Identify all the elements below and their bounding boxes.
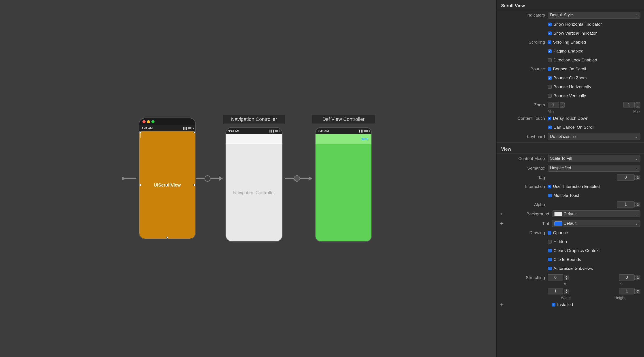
zoom-min-down-btn[interactable]: ▼ <box>560 105 564 108</box>
tag-input[interactable] <box>617 174 634 181</box>
status-bar-nav: 9:41 AM ▐▐▐ <box>226 128 282 134</box>
tint-color-swatch <box>554 221 562 226</box>
minimize-button[interactable] <box>147 120 150 123</box>
zoom-max-down-btn[interactable]: ▼ <box>636 105 640 108</box>
stretch-x-label: X <box>564 282 566 287</box>
zoom-max-label: Max <box>633 109 640 114</box>
zoom-labels: Min Max <box>497 109 644 114</box>
delay-touch-checkbox[interactable]: ✓ <box>548 117 551 120</box>
indicators-dropdown[interactable]: Default Style ⌄ <box>548 12 640 18</box>
width-up[interactable]: ▲ <box>564 289 569 291</box>
width-input[interactable] <box>548 288 563 295</box>
installed-checkbox[interactable]: ✓ <box>552 303 556 307</box>
bounce-vert-checkbox[interactable] <box>548 94 552 98</box>
arrow-line-2 <box>211 178 219 179</box>
clip-bounds-checkbox[interactable]: ✓ <box>548 258 552 261</box>
handle-center[interactable] <box>166 184 168 186</box>
scrolling-label: Scrolling <box>500 40 545 45</box>
bounce-on-scroll-checkbox[interactable]: ✓ <box>548 67 551 71</box>
content-touch-control: ✓ Delay Touch Down <box>548 115 640 121</box>
bounce-horiz-checkbox[interactable] <box>548 85 552 89</box>
alpha-up-btn[interactable]: ▲ <box>636 202 640 205</box>
direction-lock-checkbox[interactable] <box>548 58 552 62</box>
opaque-checkbox[interactable]: ✓ <box>548 231 551 235</box>
scrollview-content: UIScrollView <box>139 131 195 239</box>
user-interaction-row: ✓ User Interaction Enabled <box>548 183 600 190</box>
handle-midright[interactable] <box>194 184 195 186</box>
show-vertical-control: ✓ Show Vertical Indicator <box>548 30 640 36</box>
autoresize-checkbox[interactable]: ✓ <box>548 267 552 270</box>
handle-bottomright[interactable] <box>194 237 195 239</box>
tag-down-btn[interactable]: ▼ <box>636 178 640 180</box>
semantic-dropdown[interactable]: Unspecified ⌄ <box>548 165 640 172</box>
arrow-head-1 <box>219 176 223 181</box>
tag-up-btn[interactable]: ▲ <box>636 175 640 178</box>
height-input[interactable] <box>619 288 634 295</box>
show-horizontal-label: Show Horizontal Indicator <box>554 22 602 27</box>
tint-plus[interactable]: + <box>500 221 503 227</box>
handle-bottomleft[interactable] <box>139 237 141 239</box>
bounce-zoom-checkbox[interactable]: ✓ <box>548 76 552 80</box>
background-row: + Background Default ⌄ <box>497 209 644 219</box>
delay-touch-label: Delay Touch Down <box>553 116 588 121</box>
bounce-row: Bounce ✓ Bounce On Scroll <box>497 64 644 73</box>
drawing-label: Drawing <box>500 230 545 235</box>
zoom-min-input[interactable] <box>548 102 559 108</box>
arrow-head-2 <box>308 176 312 181</box>
height-down[interactable]: ▼ <box>636 291 640 294</box>
keyboard-dropdown[interactable]: Do not dismiss ⌄ <box>548 133 640 140</box>
zoom-min-up-btn[interactable]: ▲ <box>560 102 564 105</box>
alpha-down-btn[interactable]: ▼ <box>636 205 640 207</box>
height-up[interactable]: ▲ <box>636 289 640 291</box>
status-bar-scrollview: 9:41 AM ▐▐▐ <box>139 125 195 131</box>
handle-midleft[interactable] <box>139 184 141 186</box>
stretch-x-down[interactable]: ▼ <box>564 278 569 280</box>
tint-row: + Tint Default ⌄ <box>497 219 644 228</box>
handle-topright[interactable] <box>194 131 195 133</box>
installed-plus[interactable]: + <box>500 302 503 308</box>
indicators-dropdown-arrow: ⌄ <box>635 13 638 17</box>
user-interaction-checkbox[interactable]: ✓ <box>548 185 551 188</box>
zoom-max-input[interactable] <box>624 102 634 108</box>
background-plus[interactable]: + <box>500 211 503 217</box>
handle-topleft[interactable] <box>139 131 141 133</box>
clears-graphics-checkbox[interactable]: ✓ <box>548 249 552 252</box>
width-stepper: ▲ ▼ <box>548 288 569 295</box>
stretch-y-down[interactable]: ▼ <box>636 278 640 280</box>
handle-bottommid[interactable] <box>166 237 168 239</box>
tint-dropdown[interactable]: Default ⌄ <box>552 220 640 227</box>
delay-touch-row: ✓ Delay Touch Down <box>548 115 588 121</box>
tag-row: Tag ▲ ▼ <box>497 173 644 182</box>
zoom-min-label: Min <box>548 109 554 114</box>
stretch-x-input[interactable] <box>548 274 563 281</box>
show-vertical-checkbox[interactable]: ✓ <box>548 31 552 35</box>
drawing-row: Drawing ✓ Opaque <box>497 228 644 237</box>
show-horizontal-checkbox-row: ✓ Show Horizontal Indicator <box>548 21 602 27</box>
tint-label: Tint <box>504 221 549 226</box>
hidden-checkbox[interactable] <box>548 240 552 244</box>
bounce-label: Bounce <box>500 66 545 71</box>
bounce-vert-row: Bounce Vertically <box>497 91 644 100</box>
can-cancel-control: ✓ Can Cancel On Scroll <box>548 124 640 130</box>
stretch-x-up[interactable]: ▲ <box>564 275 569 278</box>
zoom-max-up-btn[interactable]: ▲ <box>636 102 640 105</box>
scene-navigation: Navigation Controller 9:41 AM ▐▐▐ Naviga… <box>223 115 285 242</box>
wh-control: ▲ ▼ ▲ ▼ <box>548 288 640 295</box>
scrolling-enabled-checkbox[interactable]: ✓ <box>548 40 551 44</box>
close-button[interactable] <box>142 120 146 123</box>
background-dropdown[interactable]: Default ⌄ <box>552 210 640 217</box>
paging-checkbox[interactable]: ✓ <box>548 49 552 53</box>
def-signal-icon: ▐▐▐ <box>358 130 363 132</box>
stretch-y-input[interactable] <box>619 274 634 281</box>
stretch-y-up[interactable]: ▲ <box>636 275 640 278</box>
width-down[interactable]: ▼ <box>564 291 569 294</box>
bounce-zoom-checkbox-row: ✓ Bounce On Zoom <box>548 75 587 81</box>
multiple-touch-checkbox[interactable]: ✓ <box>548 194 552 197</box>
show-horizontal-checkbox[interactable]: ✓ <box>548 22 552 26</box>
alpha-input[interactable] <box>617 201 634 208</box>
can-cancel-checkbox[interactable]: ✓ <box>548 126 552 129</box>
nav-battery-icon <box>275 130 280 132</box>
arrow-2: ⊘ <box>285 175 312 182</box>
maximize-button[interactable] <box>152 120 154 123</box>
content-mode-dropdown[interactable]: Scale To Fill ⌄ <box>548 155 640 162</box>
